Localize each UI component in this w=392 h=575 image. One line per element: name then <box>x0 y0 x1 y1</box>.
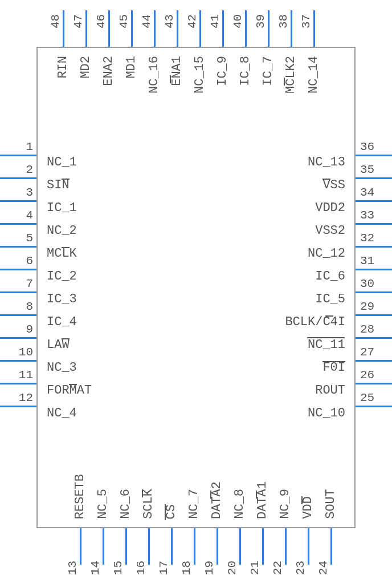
pin-label: DATA2 <box>210 481 224 519</box>
overbar <box>62 179 70 180</box>
pin-label: ENA2 <box>101 56 116 86</box>
pin-lead <box>0 406 36 407</box>
pin-label: MCLK <box>47 246 77 261</box>
pin-label: IC_1 <box>47 201 77 215</box>
pin-number: 7 <box>5 277 33 290</box>
pin-lead <box>262 528 264 565</box>
pin-label: NC_16 <box>147 56 161 94</box>
pin-label: RIN <box>56 56 70 79</box>
pin-label: LAW <box>47 338 70 352</box>
pin-lead <box>103 528 104 565</box>
pin-number: 44 <box>140 0 153 29</box>
pin-number: 40 <box>231 0 244 29</box>
pin-lead <box>0 291 36 293</box>
overbar <box>62 338 70 339</box>
pin-number: 5 <box>5 232 33 245</box>
pin-number: 41 <box>209 0 222 29</box>
overbar <box>142 489 143 497</box>
pin-number: 43 <box>163 0 176 29</box>
pin-lead <box>268 10 270 47</box>
pin-lead <box>0 155 36 156</box>
pin-lead <box>356 155 392 156</box>
pin-number: 10 <box>5 346 33 359</box>
pin-number: 3 <box>5 186 33 199</box>
pin-lead <box>356 200 392 202</box>
pin-number: 48 <box>49 0 62 29</box>
pin-lead <box>199 10 201 47</box>
pin-number: 35 <box>360 163 389 176</box>
pin-number: 26 <box>360 369 389 382</box>
pin-label: NC_7 <box>187 489 201 519</box>
pin-label: NC_15 <box>193 56 207 94</box>
pin-lead <box>356 383 392 384</box>
pin-number: 23 <box>294 546 307 575</box>
pin-label: IC_7 <box>261 56 275 86</box>
pin-lead <box>0 314 36 316</box>
pin-label: VSS <box>322 178 345 192</box>
pin-lead <box>171 528 173 565</box>
pin-lead <box>356 269 392 270</box>
pin-number: 20 <box>226 546 239 575</box>
overbar <box>325 315 333 317</box>
pin-label: NC_10 <box>308 406 345 420</box>
pin-lead <box>0 223 36 225</box>
pin-number: 16 <box>134 546 148 575</box>
pin-label: F0I <box>322 361 345 375</box>
pin-lead <box>245 10 247 47</box>
pin-lead <box>308 528 309 565</box>
pin-lead <box>108 10 110 47</box>
pin-lead <box>356 223 392 225</box>
pin-lead <box>356 291 392 293</box>
pin-lead <box>194 528 195 565</box>
pin-lead <box>0 360 36 362</box>
pin-label: NC_8 <box>232 489 247 519</box>
pin-label: NC_2 <box>47 224 77 238</box>
pin-number: 30 <box>360 277 389 290</box>
pin-lead <box>0 177 36 179</box>
pin-number: 4 <box>5 209 33 222</box>
overbar <box>165 504 166 520</box>
pin-lead <box>0 269 36 270</box>
pin-label: MD1 <box>124 56 138 79</box>
pin-label: NC_12 <box>308 246 345 261</box>
pin-number: 8 <box>5 300 33 313</box>
pin-number: 33 <box>360 209 389 222</box>
pin-number: 37 <box>300 0 313 29</box>
pin-number: 29 <box>360 300 389 313</box>
pin-lead <box>217 528 218 565</box>
pin-label: NC_9 <box>278 489 292 519</box>
overbar <box>256 491 257 499</box>
pin-number: 13 <box>66 546 79 575</box>
overbar <box>284 78 285 86</box>
pin-label: NC_14 <box>307 56 321 94</box>
pin-lead <box>239 528 241 565</box>
pin-number: 9 <box>5 323 33 336</box>
overbar <box>307 337 345 338</box>
pin-label: IC_3 <box>47 292 77 306</box>
pin-number: 31 <box>360 254 389 268</box>
pin-lead <box>80 528 81 565</box>
pin-number: 18 <box>180 546 193 575</box>
pin-number: 1 <box>5 140 33 153</box>
pin-label: ROUT <box>315 383 345 398</box>
pin-lead <box>0 246 36 248</box>
pin-label: IC_8 <box>238 56 252 86</box>
pin-lead <box>313 10 315 47</box>
pin-number: 32 <box>360 232 389 245</box>
pin-lead <box>148 528 150 565</box>
pin-number: 19 <box>203 546 216 575</box>
overbar <box>301 496 303 504</box>
pin-lead <box>177 10 178 47</box>
pin-number: 47 <box>72 0 85 29</box>
pin-number: 24 <box>317 546 330 575</box>
pin-label: SCLK <box>141 489 156 519</box>
pin-label: SIN <box>47 178 70 192</box>
pin-number: 36 <box>360 140 389 153</box>
pin-number: 34 <box>360 186 389 199</box>
pin-label: NC_6 <box>119 489 133 519</box>
pin-lead <box>356 314 392 316</box>
pin-number: 17 <box>157 546 170 575</box>
pin-lead <box>356 177 392 179</box>
pin-label: NC_13 <box>308 155 345 169</box>
pin-lead <box>63 10 64 47</box>
